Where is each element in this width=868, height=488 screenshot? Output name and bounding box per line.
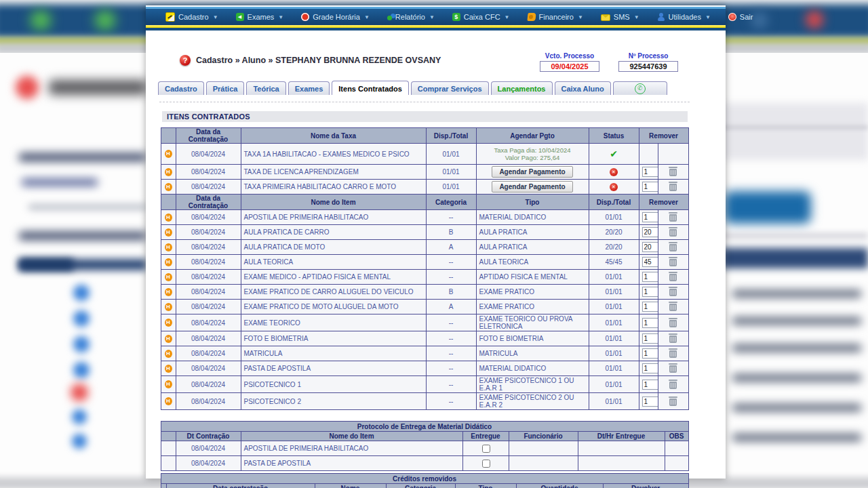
- person-icon: [657, 13, 665, 21]
- quantity-input[interactable]: [642, 242, 658, 252]
- menu-label: Relatório: [395, 13, 425, 21]
- remove-button[interactable]: [669, 317, 677, 327]
- tab-comprar-servicos[interactable]: Comprar Serviços: [411, 81, 489, 95]
- h-icon: [165, 168, 172, 176]
- protocolo-table: Protocolo de Entrega de Material Didátic…: [161, 421, 689, 471]
- remove-button[interactable]: [669, 286, 677, 296]
- quantity-input[interactable]: [642, 333, 658, 344]
- tab-cadastro[interactable]: Cadastro: [158, 81, 204, 95]
- item-date: 08/04/2024: [176, 285, 241, 300]
- quantity-input[interactable]: [642, 363, 658, 373]
- trash-icon: [669, 259, 677, 266]
- menu-label: Cadastro: [178, 13, 209, 21]
- tab-exames[interactable]: Exames: [288, 81, 330, 95]
- trash-icon: [669, 244, 677, 251]
- quantity-input[interactable]: [642, 212, 658, 222]
- header-dt-contracao: Dt Contração: [176, 432, 241, 441]
- student-tabs: Cadastro Prática Teórica Exames Itens Co…: [158, 81, 726, 95]
- remove-button[interactable]: [669, 363, 677, 373]
- item-disp: 01/01: [589, 314, 639, 331]
- item-name: AULA PRATICA DE CARRO: [241, 225, 426, 240]
- item-tipo: AULA PRATICA: [476, 225, 589, 240]
- protocolo-header-row: Dt Contração Nome do Item Entregue Funci…: [161, 432, 688, 441]
- header-dthr-entregue: Dt/Hr Entregue: [578, 432, 665, 441]
- item-tipo: EXAME TEORICO OU PROVA ELETRONICA: [476, 314, 589, 331]
- quantity-input[interactable]: [642, 396, 658, 407]
- menu-relatorio[interactable]: Relatório ▼: [378, 13, 443, 21]
- quantity-input[interactable]: [642, 257, 658, 267]
- remove-button[interactable]: [669, 348, 677, 358]
- item-disp: 01/01: [589, 285, 639, 300]
- item-disp: 01/01: [589, 376, 639, 393]
- remove-button[interactable]: [669, 333, 677, 343]
- remove-button[interactable]: [669, 396, 677, 406]
- quantity-input[interactable]: [642, 272, 658, 282]
- remove-button[interactable]: [669, 301, 677, 311]
- quantity-input[interactable]: [642, 167, 658, 177]
- tab-whatsapp[interactable]: [613, 81, 667, 95]
- entregue-checkbox[interactable]: [482, 445, 490, 453]
- item-name: PSICOTECNICO 2: [241, 393, 426, 410]
- remove-button[interactable]: [669, 211, 677, 222]
- tab-itens-contratados[interactable]: Itens Contratados: [332, 81, 409, 95]
- remove-button[interactable]: [669, 241, 677, 251]
- menu-sair[interactable]: Sair: [719, 13, 762, 21]
- num-processo-value: 925447639: [618, 61, 678, 72]
- menu-financeiro[interactable]: Financeiro ▼: [519, 13, 592, 21]
- remove-button[interactable]: [669, 256, 677, 266]
- h-icon: [165, 228, 172, 237]
- menu-grade-horaria[interactable]: Grade Horária ▼: [292, 13, 378, 21]
- header-nome-item: Nome do Item: [241, 195, 426, 210]
- tab-pratica[interactable]: Prática: [206, 81, 245, 95]
- help-icon[interactable]: [180, 55, 191, 66]
- taxa-row: 08/04/2024 TAXA DE LICENCA APRENDIZAGEM …: [161, 165, 688, 180]
- header-disp-total: Disp./Total: [589, 195, 639, 210]
- taxa-status: [589, 144, 639, 165]
- item-categoria: --: [426, 255, 476, 270]
- header-icon-col: [161, 128, 176, 144]
- menu-label: SMS: [614, 13, 630, 21]
- item-row: 08/04/2024 MATRICULA -- MATRICULA 01/01: [161, 346, 688, 361]
- menu-utilidades[interactable]: Utilidades ▼: [648, 13, 719, 21]
- funcionario-cell: [509, 456, 578, 471]
- quantity-input[interactable]: [642, 182, 658, 192]
- item-categoria: --: [426, 331, 476, 346]
- agendar-pagamento-button[interactable]: Agendar Pagamento: [492, 181, 572, 192]
- menu-caixa-cfc[interactable]: Caixa CFC ▼: [443, 13, 519, 21]
- item-tipo: EXAME PSICOTECNICO 1 OU E.A.R 1: [476, 376, 589, 393]
- menu-sms[interactable]: SMS ▼: [592, 13, 648, 21]
- menu-cadastro[interactable]: Cadastro ▼: [157, 12, 227, 22]
- protocolo-date: 08/04/2024: [176, 441, 241, 456]
- header-nome-taxa: Nome da Taxa: [241, 128, 426, 144]
- quantity-input[interactable]: [642, 302, 658, 312]
- trash-icon: [669, 229, 677, 237]
- header-remover: Remover: [639, 128, 688, 144]
- quantity-input[interactable]: [642, 227, 658, 237]
- h-icon: [165, 183, 172, 191]
- quantity-input[interactable]: [642, 380, 658, 390]
- agendar-pagamento-button[interactable]: Agendar Pagamento: [492, 166, 572, 178]
- menu-exames[interactable]: Exames ▼: [227, 13, 293, 21]
- tab-caixa-aluno[interactable]: Caixa Aluno: [555, 81, 611, 95]
- tab-lancamentos[interactable]: Lançamentos: [491, 81, 553, 95]
- item-date: 08/04/2024: [176, 225, 241, 240]
- chevron-down-icon: ▼: [364, 14, 370, 20]
- header-obs: OBS: [665, 432, 688, 441]
- tab-teorica[interactable]: Teórica: [246, 81, 285, 95]
- item-row: 08/04/2024 AULA TEORICA -- AULA TEORICA …: [161, 255, 688, 270]
- quantity-input[interactable]: [642, 287, 658, 297]
- cash-icon: [452, 13, 460, 21]
- vcto-processo-value: 09/04/2025: [540, 61, 599, 72]
- exit-icon: [728, 13, 736, 21]
- remove-button[interactable]: [669, 271, 677, 281]
- remove-button[interactable]: [669, 181, 677, 191]
- remove-button[interactable]: [669, 379, 677, 389]
- h-icon: [165, 214, 172, 222]
- item-row: 08/04/2024 AULA PRATICA DE CARRO B AULA …: [161, 225, 688, 240]
- entregue-checkbox[interactable]: [482, 460, 490, 468]
- remove-button[interactable]: [669, 166, 677, 176]
- remove-button[interactable]: [669, 226, 677, 237]
- quantity-input[interactable]: [642, 318, 658, 328]
- quantity-input[interactable]: [642, 348, 658, 359]
- creditos-title: Créditos removidos: [161, 474, 688, 484]
